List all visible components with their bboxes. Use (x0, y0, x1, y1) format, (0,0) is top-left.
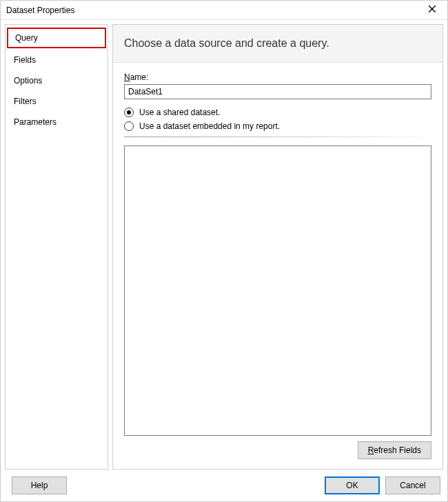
main-content: Name: Use a shared dataset. Use a datase… (113, 63, 442, 469)
sidebar-item-fields[interactable]: Fields (7, 51, 106, 69)
help-button[interactable]: Help (12, 476, 67, 494)
radio-icon (124, 121, 134, 131)
refresh-fields-label-tail: efresh Fields (374, 445, 421, 455)
radio-label: Use a dataset embedded in my report. (139, 121, 280, 131)
sidebar-item-filters[interactable]: Filters (7, 92, 106, 110)
refresh-fields-button[interactable]: Refresh Fields (358, 441, 431, 459)
sidebar-item-options[interactable]: Options (7, 72, 106, 90)
query-textarea[interactable] (124, 145, 431, 436)
sidebar: Query Fields Options Filters Parameters (5, 24, 108, 470)
sidebar-item-label: Filters (14, 97, 37, 106)
divider (124, 137, 431, 137)
name-label: Name: (124, 72, 431, 82)
titlebar: Dataset Properties (1, 1, 447, 20)
radio-embedded-dataset[interactable]: Use a dataset embedded in my report. (124, 121, 431, 131)
footer: Help OK Cancel (1, 470, 447, 501)
close-button[interactable] (420, 2, 445, 19)
close-icon (428, 5, 436, 15)
sidebar-item-label: Fields (14, 55, 36, 65)
radio-shared-dataset[interactable]: Use a shared dataset. (124, 108, 431, 117)
dialog-body: Query Fields Options Filters Parameters … (1, 20, 447, 470)
ok-button[interactable]: OK (325, 476, 380, 494)
sidebar-item-parameters[interactable]: Parameters (7, 113, 106, 131)
refresh-row: Refresh Fields (124, 441, 431, 459)
name-input[interactable] (124, 84, 431, 99)
radio-label: Use a shared dataset. (139, 108, 220, 117)
radio-icon (124, 108, 134, 117)
main-heading: Choose a data source and create a query. (113, 25, 442, 63)
sidebar-item-label: Parameters (14, 117, 57, 127)
dataset-properties-dialog: Dataset Properties Query Fields Options … (0, 0, 448, 502)
cancel-button[interactable]: Cancel (385, 476, 440, 494)
sidebar-item-label: Options (14, 76, 42, 86)
sidebar-item-query[interactable]: Query (7, 28, 106, 48)
sidebar-item-label: Query (15, 33, 38, 43)
main-panel: Choose a data source and create a query.… (112, 24, 443, 470)
dataset-type-radios: Use a shared dataset. Use a dataset embe… (124, 108, 431, 131)
query-area: Refresh Fields (124, 145, 431, 462)
window-title: Dataset Properties (6, 6, 420, 15)
